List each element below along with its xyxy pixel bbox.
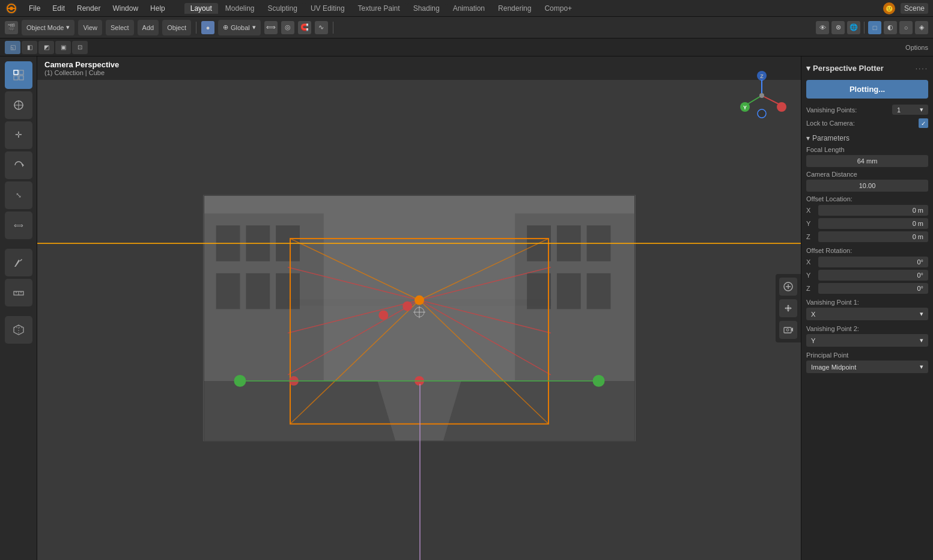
tab-layout[interactable]: Layout: [184, 3, 218, 14]
svg-text:⤡: ⤡: [16, 191, 22, 199]
lock-camera-row: Lock to Camera: ✓: [806, 118, 928, 128]
zoom-in-icon: [783, 281, 794, 292]
left-toolbar: ✛ ⤡ ⟺: [0, 56, 37, 560]
offset-x-row: X 0 m: [806, 205, 928, 216]
rot-y-input[interactable]: 0°: [818, 270, 928, 281]
cube-add-tool[interactable]: [5, 316, 32, 344]
svg-marker-14: [22, 163, 24, 167]
svg-rect-6: [14, 70, 18, 75]
add-button[interactable]: Add: [138, 20, 159, 35]
separator-2: [333, 22, 333, 34]
separator-1: [196, 22, 196, 34]
select-tool[interactable]: [5, 61, 32, 89]
scale-tool[interactable]: ⤡: [5, 181, 32, 209]
move-tool[interactable]: ✛: [5, 121, 32, 149]
parameters-label: Parameters: [812, 134, 849, 142]
active-icon[interactable]: ●: [201, 21, 214, 34]
scene-label[interactable]: Scene: [901, 3, 928, 14]
tab-uv-editing[interactable]: UV Editing: [305, 3, 351, 14]
tab-sculpting[interactable]: Sculpting: [262, 3, 303, 14]
select-mode-4-btn[interactable]: ▣: [55, 41, 71, 54]
vp2-arrow: ▾: [920, 336, 923, 344]
rot-x-input[interactable]: 0°: [818, 257, 928, 267]
camera-view-btn[interactable]: [779, 321, 797, 339]
menu-window[interactable]: Window: [108, 3, 143, 14]
lock-camera-checkbox[interactable]: ✓: [919, 118, 928, 128]
panel-dots: ····: [916, 64, 928, 73]
plotting-button[interactable]: Plotting...: [806, 80, 928, 99]
vp2-label: Vanishing Point 2:: [806, 325, 928, 332]
tab-rendering[interactable]: Rendering: [492, 3, 537, 14]
svg-point-64: [415, 296, 424, 305]
menu-help[interactable]: Help: [145, 3, 170, 14]
viewport-shading-icon[interactable]: 🎬: [5, 21, 18, 34]
focal-length-label: Focal Length: [806, 146, 928, 153]
proportional-icon[interactable]: ◎: [281, 21, 294, 34]
viewport-title: Camera Perspective: [44, 60, 119, 69]
global-dropdown[interactable]: ⊕ Global ▾: [218, 20, 261, 35]
object-button[interactable]: Object: [162, 20, 191, 35]
principal-dropdown[interactable]: Image Midpoint ▾: [806, 361, 928, 373]
main-toolbar: 🎬 Object Mode ▾ View Select Add Object ●…: [0, 17, 933, 38]
graph-icon[interactable]: ∿: [315, 21, 328, 34]
menu-render[interactable]: Render: [72, 3, 105, 14]
offset-x-input[interactable]: 0 m: [818, 205, 928, 216]
svg-line-26: [747, 96, 762, 105]
select-mode-3-btn[interactable]: ◩: [38, 41, 54, 54]
paint-tool[interactable]: [5, 249, 32, 276]
tab-shading[interactable]: Shading: [407, 3, 446, 14]
tab-compositing[interactable]: Compo+: [538, 3, 578, 14]
rotate-tool[interactable]: [5, 151, 32, 179]
vp2-value: Y: [811, 337, 815, 344]
shading-icon[interactable]: 🌐: [847, 21, 860, 34]
solid-shading-btn[interactable]: □: [868, 21, 881, 34]
material-shading-btn[interactable]: ◐: [884, 21, 897, 34]
camera-icon: [783, 324, 794, 335]
zoom-in-btn[interactable]: [779, 278, 797, 296]
menu-right: 🙂 Scene: [883, 2, 928, 15]
svg-rect-76: [784, 327, 791, 333]
select-button[interactable]: Select: [106, 20, 134, 35]
top-menubar: File Edit Render Window Help Layout Mode…: [0, 0, 933, 17]
menu-file[interactable]: File: [24, 3, 45, 14]
snap-icon[interactable]: 🧲: [298, 21, 311, 34]
pan-btn[interactable]: [779, 299, 797, 317]
tab-modeling[interactable]: Modeling: [219, 3, 261, 14]
tab-texture-paint[interactable]: Texture Paint: [352, 3, 406, 14]
overlay-icon[interactable]: 👁: [816, 21, 829, 34]
view-button[interactable]: View: [78, 20, 102, 35]
rendered-shading-btn[interactable]: ○: [899, 21, 913, 34]
vanishing-points-dropdown[interactable]: 1 ▾: [892, 105, 928, 115]
offset-z-row: Z 0 m: [806, 231, 928, 242]
select-mode-2-btn[interactable]: ◧: [22, 41, 37, 54]
focal-length-input[interactable]: 64 mm: [806, 155, 928, 167]
parameters-section[interactable]: ▾ Parameters: [806, 134, 928, 142]
transform-icon[interactable]: ⟺: [264, 21, 278, 34]
principal-arrow: ▾: [920, 363, 923, 371]
viewport-area[interactable]: Camera Perspective (1) Collection | Cube…: [37, 56, 801, 560]
main-area: ✛ ⤡ ⟺: [0, 56, 933, 560]
object-mode-dropdown[interactable]: Object Mode ▾: [22, 20, 74, 35]
rot-z-label: Z: [806, 285, 818, 292]
cursor-tool[interactable]: [5, 91, 32, 119]
transform-tool[interactable]: ⟺: [5, 212, 32, 239]
select-mode-5-btn[interactable]: ⊡: [72, 41, 88, 54]
camera-distance-input[interactable]: 10.00: [806, 180, 928, 192]
vp1-dropdown[interactable]: X ▾: [806, 308, 928, 320]
tab-animation[interactable]: Animation: [447, 3, 491, 14]
offset-z-input[interactable]: 0 m: [818, 231, 928, 242]
svg-point-75: [787, 307, 790, 310]
gizmo-icon[interactable]: ⊗: [831, 21, 845, 34]
svg-point-66: [403, 302, 412, 311]
svg-rect-38: [216, 273, 240, 309]
vp2-dropdown[interactable]: Y ▾: [806, 334, 928, 347]
wireframe-shading-btn[interactable]: ◈: [915, 21, 928, 34]
svg-text:✛: ✛: [15, 130, 22, 139]
ruler-tool[interactable]: [5, 279, 32, 306]
rot-x-row: X 0°: [806, 257, 928, 267]
select-mode-btn[interactable]: ◱: [5, 41, 20, 54]
options-label[interactable]: Options: [905, 44, 928, 51]
menu-edit[interactable]: Edit: [47, 3, 70, 14]
rot-z-input[interactable]: 0°: [818, 283, 928, 294]
offset-y-input[interactable]: 0 m: [818, 218, 928, 229]
